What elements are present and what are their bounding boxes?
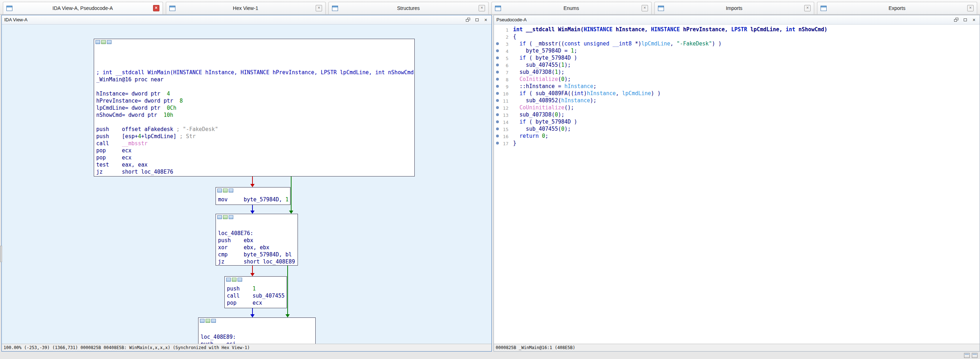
address-dot[interactable] [496,92,499,95]
pseudocode-line[interactable]: 17} [494,140,980,147]
address-dot[interactable] [496,135,499,137]
pseudocode-line[interactable]: 3 if ( _mbsstr((const unsigned __int8 *)… [494,40,980,47]
code-token: mov byte_57984D, [218,196,285,203]
close-window-button[interactable]: × [971,17,977,23]
address-dot[interactable] [496,78,499,81]
graph-view[interactable]: ; int __stdcall WinMain(HINSTANCE hInsta… [2,24,492,344]
code-token: push [esp+ [96,133,138,140]
pseudocode-line[interactable]: 8 CoInitialize(0); [494,76,980,83]
address-dot[interactable] [496,127,499,130]
code-token: sub_407455( [513,126,561,132]
address-dot[interactable] [496,64,499,67]
tab-ida-view-a-pseudocode-a[interactable]: IDA View-A, Pseudocode-A× [3,2,163,14]
pseudocode-line[interactable]: 16 return 0; [494,132,980,140]
line-number: 1 [506,27,509,34]
line-gutter: 4 [494,47,510,54]
tab-enums[interactable]: Enums× [492,2,652,14]
pseudocode-line[interactable]: 6 sub_407455(1); [494,62,980,68]
tab-icon [332,6,338,11]
tab-icon [495,6,501,11]
asm-line: push ebx [218,237,296,244]
code-token: pop ecx [96,154,131,161]
graph-node[interactable]: ; int __stdcall WinMain(HINSTANCE hInsta… [94,39,415,176]
pseudocode-line[interactable]: 7 sub_4073D8(1); [494,68,980,76]
address-dot[interactable] [496,99,499,102]
restore-window-button[interactable] [465,17,471,23]
asm-line: pop ecx [227,299,285,307]
dock-splitter-handle[interactable] [0,246,2,262]
code-token: ::hInstance = [513,83,565,89]
tab-close-button[interactable]: × [479,5,485,11]
pseudocode-line[interactable]: 10 if ( sub_4089FA((int)hInstance, lpCmd… [494,90,980,97]
close-window-button[interactable]: × [482,17,489,23]
pseudocode-line[interactable]: 15 sub_407455(0); [494,125,980,132]
line-gutter: 11 [494,97,510,104]
tab-exports[interactable]: Exports× [817,2,977,14]
line-number: 4 [506,48,509,55]
line-number: 17 [503,140,509,147]
code-token: ( _mbsstr(( [526,40,564,47]
tab-imports[interactable]: Imports× [654,2,815,14]
maximize-window-button[interactable] [962,17,968,23]
address-dot[interactable] [496,71,499,73]
node-header [216,187,290,195]
pseudocode-line[interactable]: 9 ::hInstance = hInstance; [494,83,980,90]
tab-close-button[interactable]: × [153,5,159,11]
tab-close-button[interactable]: × [804,5,811,11]
pseudocode-line[interactable]: 4 byte_57984D = 1; [494,47,980,54]
pseudocode-line[interactable]: 14 if ( byte_57984D ) [494,118,980,125]
pseudocode-line[interactable]: 2{ [494,33,980,40]
address-dot[interactable] [496,106,499,109]
graph-node[interactable]: mov byte_57984D, 1 [216,187,290,205]
pseudocode-view[interactable]: 1int __stdcall WinMain(HINSTANCE hInstan… [494,24,980,344]
restore-window-button[interactable] [953,17,959,23]
code-token: hInstance, [612,26,651,33]
window-titlebar[interactable]: IDA View-A × [2,15,492,24]
tab-structures[interactable]: Structures× [328,2,488,14]
mdi-window-icon[interactable] [964,353,970,358]
mdi-window-icon[interactable] [972,353,977,358]
node-icon [217,189,222,192]
address-dot[interactable] [496,56,499,59]
line-gutter: 6 [494,62,510,68]
tab-icon [821,6,827,11]
tab-close-button[interactable]: × [967,5,974,11]
node-body: push 1call sub_407455pop ecx [225,284,286,307]
asm-line: push [esp+4+lpCmdLine] ; Str [96,133,412,140]
address-dot[interactable] [496,113,499,116]
code-token [513,105,519,111]
tab-close-button[interactable]: × [642,5,648,11]
address-dot[interactable] [496,42,499,45]
code-token: hPrevInstance= dword ptr [96,98,180,104]
maximize-window-button[interactable] [474,17,480,23]
address-dot[interactable] [496,49,499,52]
pseudocode-line[interactable]: 11 sub_408952(hInstance); [494,97,980,104]
tab-close-button[interactable]: × [316,5,322,11]
window-titlebar[interactable]: Pseudocode-A × [494,15,980,24]
asm-line [200,326,313,334]
graph-edge-arrow [250,211,255,214]
asm-line [96,62,412,69]
pseudocode-line[interactable]: 12 CoUninitialize(); [494,104,980,111]
node-icon [237,278,242,281]
asm-line: test eax, eax [96,161,412,168]
code-token: pop ecx [96,147,131,154]
code-token: 1 [571,48,574,54]
tab-hex-view-1[interactable]: Hex View-1× [166,2,326,14]
address-dot[interactable] [496,85,499,88]
code-token: push ebx [218,237,253,244]
pseudocode-line[interactable]: 1int __stdcall WinMain(HINSTANCE hInstan… [494,26,980,33]
graph-node[interactable]: push 1call sub_407455pop ecx [224,276,287,308]
graph-node[interactable]: loc_408E89:push esi [198,318,316,344]
code-token: ; int __stdcall WinMain(HINSTANCE hInsta… [96,69,415,76]
code-token: 4 [167,91,170,97]
address-dot[interactable] [496,142,499,145]
line-gutter: 15 [494,125,510,132]
node-icon [217,215,222,219]
graph-node[interactable]: loc_408E76:push ebxxor ebx, ebxcmp byte_… [216,214,298,265]
asm-line [218,222,296,230]
pseudocode-line[interactable]: 13 sub_4073D8(0); [494,111,980,118]
code-token [513,76,519,83]
pseudocode-line[interactable]: 5 if ( byte_57984D ) [494,54,980,62]
address-dot[interactable] [496,121,499,123]
